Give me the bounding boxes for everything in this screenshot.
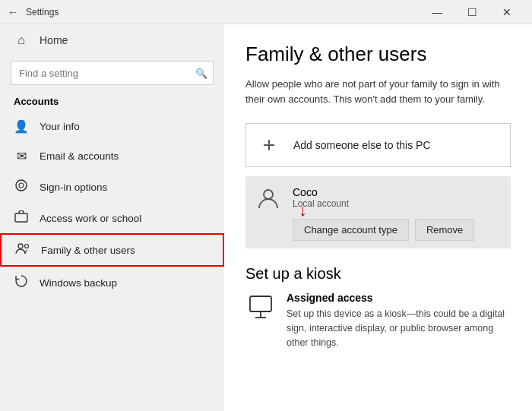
title-bar: ← Settings — ☐ ✕: [0, 0, 532, 24]
search-input[interactable]: [11, 61, 214, 85]
svg-point-7: [264, 190, 273, 199]
svg-point-1: [19, 183, 24, 188]
maximize-button[interactable]: ☐: [454, 0, 489, 24]
home-icon: ⌂: [14, 33, 29, 47]
close-button[interactable]: ✕: [489, 0, 524, 24]
sidebar-item-windows-backup[interactable]: Windows backup: [0, 267, 224, 299]
sidebar-item-label: Access work or school: [40, 213, 141, 224]
sidebar-item-email-accounts[interactable]: ✉ Email & accounts: [0, 141, 224, 171]
svg-rect-2: [15, 213, 27, 222]
sidebar-item-label: Windows backup: [40, 277, 117, 289]
arrow-down-icon: ↓: [299, 202, 307, 219]
add-icon: [255, 131, 283, 159]
sidebar-item-home[interactable]: ⌂ Home: [0, 24, 224, 56]
sidebar-item-work-school[interactable]: Access work or school: [0, 203, 224, 233]
svg-point-0: [16, 180, 27, 191]
kiosk-text: Assigned access Set up this device as a …: [287, 292, 511, 349]
svg-point-3: [18, 244, 23, 248]
work-icon: [14, 210, 29, 226]
family-icon: [15, 242, 30, 258]
add-user-row[interactable]: Add someone else to this PC: [245, 123, 511, 167]
kiosk-section-title: Set up a kiosk: [245, 265, 511, 283]
content-area: Family & other users Allow people who ar…: [224, 24, 532, 411]
change-account-type-button[interactable]: Change account type: [293, 219, 409, 241]
sidebar-item-family-users[interactable]: Family & other users: [0, 233, 224, 267]
email-icon: ✉: [14, 149, 29, 163]
user-info: Coco Local account: [293, 186, 502, 209]
sidebar-item-label: Sign-in options: [40, 182, 107, 193]
user-avatar-icon: [255, 184, 282, 211]
kiosk-assigned-title: Assigned access: [287, 292, 511, 304]
user-row-actions: ↓ Change account type Remove: [255, 219, 502, 241]
sidebar-item-label: Email & accounts: [40, 150, 119, 162]
user-row: Coco Local account ↓ Change account type…: [245, 176, 511, 248]
sidebar-item-your-info[interactable]: 👤 Your info: [0, 112, 224, 141]
sign-in-icon: [14, 179, 29, 195]
kiosk-icon: [245, 292, 276, 322]
title-bar-title: Settings: [26, 7, 420, 17]
window-controls: — ☐ ✕: [420, 0, 524, 24]
user-row-top: Coco Local account: [255, 184, 502, 211]
back-button[interactable]: ←: [8, 6, 18, 18]
sidebar-item-label: Family & other users: [41, 245, 135, 256]
backup-icon: [14, 274, 29, 291]
sidebar-item-sign-in[interactable]: Sign-in options: [0, 171, 224, 203]
kiosk-row[interactable]: Assigned access Set up this device as a …: [245, 292, 511, 349]
your-info-icon: 👤: [14, 119, 29, 134]
remove-button[interactable]: Remove: [415, 219, 474, 241]
page-title: Family & other users: [245, 43, 511, 66]
user-name: Coco: [293, 186, 502, 198]
sidebar-section-title: Accounts: [0, 93, 224, 112]
kiosk-assigned-desc: Set up this device as a kiosk—this could…: [287, 307, 511, 349]
sidebar: ⌂ Home 🔍 Accounts 👤 Your info ✉ Email & …: [0, 24, 224, 411]
user-type: Local account: [293, 198, 502, 209]
sidebar-home-label: Home: [40, 34, 68, 46]
minimize-button[interactable]: —: [420, 0, 454, 24]
add-user-label: Add someone else to this PC: [293, 139, 431, 151]
svg-point-4: [25, 245, 29, 248]
sidebar-item-label: Your info: [40, 121, 80, 132]
search-icon: 🔍: [195, 68, 207, 79]
svg-rect-8: [250, 296, 271, 311]
page-description: Allow people who are not part of your fa…: [245, 77, 511, 106]
sidebar-search-container: 🔍: [11, 61, 214, 85]
main-layout: ⌂ Home 🔍 Accounts 👤 Your info ✉ Email & …: [0, 24, 532, 411]
